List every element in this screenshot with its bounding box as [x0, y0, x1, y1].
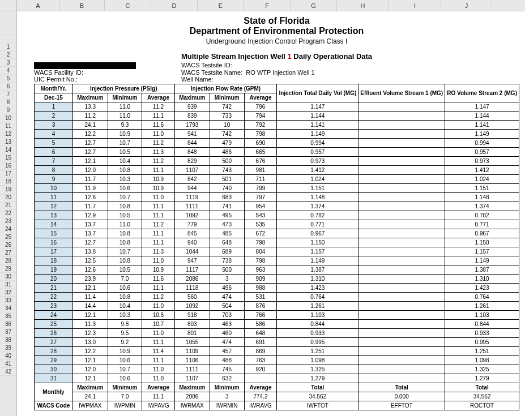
cell-ro[interactable]: 0.782 [445, 211, 519, 220]
cell-fmax[interactable]: 1092 [174, 211, 210, 220]
cell-pavg[interactable]: 10.7 [142, 320, 174, 329]
row-header-blank[interactable] [0, 19, 16, 27]
wacs-pmin[interactable]: IWPMIN [108, 401, 142, 410]
hdr-fmin[interactable]: Minimum [210, 93, 244, 102]
row-header-28[interactable]: 28 [0, 257, 16, 265]
row-header-blank[interactable] [0, 11, 16, 19]
table-row[interactable]: 2511.39.810.78034635860.8440.844 [35, 320, 519, 329]
cell-d[interactable]: 28 [35, 347, 73, 356]
cell-ro[interactable]: 1.148 [445, 193, 519, 202]
row-header-21[interactable]: 21 [0, 202, 16, 209]
cell-d[interactable]: 1 [35, 102, 73, 112]
row-header-5[interactable]: 5 [0, 75, 16, 83]
table-row[interactable]: 2912.110.611.111064887631.0981.098 [35, 356, 519, 365]
cell-eff[interactable] [358, 202, 445, 211]
cell-pmin[interactable]: 10.7 [108, 365, 142, 374]
cell-pmin[interactable]: 10.5 [108, 211, 142, 220]
cell-d[interactable]: 12 [35, 202, 73, 211]
cell-ro[interactable]: 0.844 [445, 320, 519, 329]
sum-favg[interactable]: 774.2 [244, 392, 277, 401]
cell-pmax[interactable]: 11.7 [72, 175, 108, 184]
cell-pmax[interactable]: 24.1 [72, 121, 108, 130]
cell-tot[interactable]: 1.251 [277, 347, 358, 356]
cell-eff[interactable] [358, 148, 445, 157]
cell-tot[interactable]: 1.261 [277, 302, 358, 311]
cell-tot[interactable]: 0.844 [277, 320, 358, 329]
hdr-month-val[interactable]: Dec-15 [35, 93, 73, 102]
cell-fmax[interactable]: 944 [174, 184, 210, 193]
sum-sub-pmin[interactable]: Minimum [108, 383, 142, 392]
table-row[interactable]: 211.211.011.18397337941.1441.144 [35, 112, 519, 121]
cell-fmax[interactable]: 848 [174, 148, 210, 157]
table-row[interactable]: 1011.910.610.99447407991.1511.151 [35, 184, 519, 193]
cell-tot[interactable]: 0.957 [277, 148, 358, 157]
cell-tot[interactable]: 1.098 [277, 356, 358, 365]
cell-ro[interactable]: 0.973 [445, 157, 519, 166]
cell-favg[interactable]: 792 [244, 121, 277, 130]
table-row[interactable]: 1312.910.511.110924955430.7820.782 [35, 211, 519, 220]
col-header-J[interactable]: J [441, 0, 492, 11]
table-row[interactable]: 324.19.311.61793107921.1411.141 [35, 121, 519, 130]
cell-d[interactable]: 20 [35, 275, 73, 284]
cell-pavg[interactable]: 11.0 [142, 329, 174, 338]
cell-eff[interactable] [358, 365, 445, 374]
cell-tot[interactable]: 0.933 [277, 329, 358, 338]
row-header-17[interactable]: 17 [0, 170, 16, 178]
row-header-1[interactable]: 1 [0, 43, 16, 51]
cell-tot[interactable]: 0.764 [277, 293, 358, 302]
cell-eff[interactable] [358, 157, 445, 166]
sum-sub-ro[interactable]: Total [445, 383, 519, 392]
table-row[interactable]: 1713.810.711.310446898041.1571.157 [35, 247, 519, 256]
cell-pavg[interactable]: 11.2 [142, 102, 174, 112]
cell-d[interactable]: 23 [35, 302, 73, 311]
row-header-18[interactable]: 18 [0, 178, 16, 186]
cell-pmax[interactable]: 23.9 [72, 275, 108, 284]
cell-ro[interactable]: 1.147 [445, 102, 519, 112]
cell-tot[interactable]: 1.149 [277, 130, 358, 139]
cell-d[interactable]: 3 [35, 121, 73, 130]
cell-pavg[interactable]: 10.6 [142, 311, 174, 320]
cell-ro[interactable]: 0.764 [445, 293, 519, 302]
cell-fmax[interactable]: 939 [174, 102, 210, 112]
cell-pmin[interactable]: 10.9 [108, 130, 142, 139]
col-header-D[interactable]: D [151, 0, 198, 11]
cell-tot[interactable]: 1.141 [277, 121, 358, 130]
row-header-2[interactable]: 2 [0, 51, 16, 59]
table-row[interactable]: 911.710.310.98425017111.0241.024 [35, 175, 519, 184]
cell-favg[interactable]: 798 [244, 256, 277, 265]
cell-pmax[interactable]: 12.2 [72, 130, 108, 139]
cell-tot[interactable]: 1.412 [277, 166, 358, 175]
cell-favg[interactable]: 535 [244, 220, 277, 229]
cell-pmin[interactable]: 10.7 [108, 247, 142, 256]
cell-pavg[interactable]: 11.0 [142, 130, 174, 139]
col-header-A[interactable]: A [17, 0, 59, 11]
cell-ro[interactable]: 1.325 [445, 365, 519, 374]
cell-favg[interactable]: 798 [244, 238, 277, 247]
cell-favg[interactable]: 794 [244, 112, 277, 121]
table-row[interactable]: 1912.610.510.911175009631.3871.387 [35, 265, 519, 275]
col-header-F[interactable]: F [244, 0, 291, 11]
row-header-7[interactable]: 7 [0, 91, 16, 98]
cell-eff[interactable] [358, 284, 445, 293]
cell-ro[interactable]: 1.310 [445, 275, 519, 284]
cell-fmin[interactable]: 742 [210, 102, 244, 112]
cell-pmin[interactable]: 10.4 [108, 302, 142, 311]
wacs-eff[interactable]: EFFTOT [358, 401, 445, 410]
cell-fmin[interactable]: 463 [210, 320, 244, 329]
cell-fmin[interactable]: 741 [210, 202, 244, 211]
data-body[interactable]: 113.311.011.29397427961.1471.147211.211.… [35, 102, 519, 383]
cell-fmax[interactable]: 1111 [174, 365, 210, 374]
cell-pavg[interactable]: 11.0 [142, 374, 174, 383]
sum-tot[interactable]: 34.562 [277, 392, 358, 401]
row-header-11[interactable]: 11 [0, 122, 16, 130]
cell-favg[interactable]: 981 [244, 166, 277, 175]
cell-pavg[interactable]: 11.1 [142, 338, 174, 347]
cell-ro[interactable]: 1.412 [445, 166, 519, 175]
cell-d[interactable]: 31 [35, 374, 73, 383]
cell-tot[interactable]: 1.310 [277, 275, 358, 284]
cell-fmax[interactable]: 1111 [174, 202, 210, 211]
cell-ro[interactable]: 0.994 [445, 139, 519, 148]
cell-d[interactable]: 29 [35, 356, 73, 365]
cell-d[interactable]: 21 [35, 284, 73, 293]
row-header-37[interactable]: 37 [0, 328, 16, 336]
